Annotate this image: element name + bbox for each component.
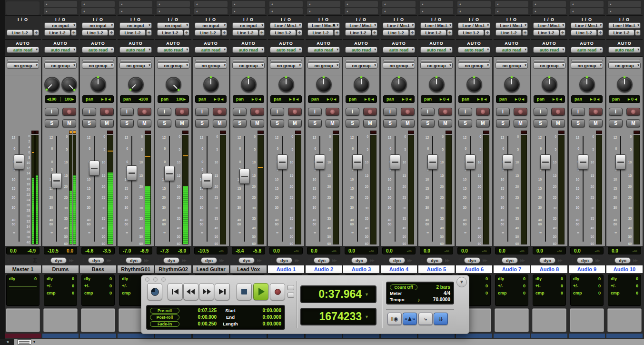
automation-mode-selector[interactable]: auto read▾ xyxy=(383,47,415,53)
output-selector[interactable]: Line 1-2 xyxy=(571,30,597,36)
insert-slot[interactable]: ➧ xyxy=(269,8,303,14)
insert-slot[interactable]: ➧ xyxy=(81,8,115,14)
track-height-arrows-icon[interactable]: ▲ ▼ xyxy=(7,257,10,263)
record-enable-button[interactable] xyxy=(62,108,76,116)
input-selector[interactable]: Line / Mic.L▾ xyxy=(458,22,490,29)
sub-counter[interactable]: 1674233 ▼ xyxy=(300,308,376,325)
track-name[interactable]: Master 1 xyxy=(5,265,41,273)
group-selector[interactable]: no group▾ xyxy=(232,62,265,69)
track-name[interactable]: Bass xyxy=(80,265,116,273)
insert-slot[interactable]: ➧ xyxy=(345,1,378,7)
insert-slot[interactable]: ➧ xyxy=(119,8,152,14)
automation-mode-selector[interactable]: auto read▾ xyxy=(571,47,603,53)
meter-path-icon[interactable]: ▶▶ xyxy=(295,258,298,263)
dyn-button[interactable]: dyn xyxy=(577,257,593,264)
mute-button[interactable]: M xyxy=(100,119,114,127)
meter-path-icon[interactable]: ▶▶ xyxy=(370,258,374,263)
automation-mode-selector[interactable]: auto read▾ xyxy=(270,47,302,53)
insert-slot[interactable]: ➧ xyxy=(420,8,453,14)
record-enable-button[interactable] xyxy=(514,108,527,116)
pan-display[interactable]: pan▸ 0 ◂ xyxy=(270,95,302,103)
meter-path-icon[interactable]: ▶▶ xyxy=(483,258,486,263)
pan-knob[interactable] xyxy=(429,77,445,92)
pan-knob[interactable] xyxy=(316,77,332,92)
group-selector[interactable]: no group▾ xyxy=(7,62,39,69)
output-selector[interactable]: Line 1-2 xyxy=(82,30,108,36)
output-path-icon[interactable]: ✛ xyxy=(259,30,265,36)
mute-button[interactable]: M xyxy=(476,119,490,127)
insert-slot[interactable]: ➧ xyxy=(457,1,491,7)
tempo-value[interactable]: 70.0000 xyxy=(433,297,450,302)
comments-box[interactable] xyxy=(43,308,78,332)
pan-display[interactable]: pan▸ 0 ◂ xyxy=(496,95,527,103)
automation-mode-selector[interactable]: auto read▾ xyxy=(345,47,377,53)
start-value[interactable]: 0:00.000 xyxy=(244,308,281,314)
track-name[interactable]: Audio 4 xyxy=(381,265,417,273)
input-selector[interactable]: Line / Mic.L▾ xyxy=(383,22,415,29)
solo-button[interactable]: S xyxy=(534,119,547,127)
input-monitor-button[interactable]: I xyxy=(571,108,585,116)
solo-button[interactable]: S xyxy=(421,119,435,127)
pan-knob[interactable] xyxy=(90,77,106,92)
group-selector[interactable]: no group▾ xyxy=(270,62,302,69)
solo-button[interactable]: S xyxy=(120,119,134,127)
input-monitor-button[interactable]: I xyxy=(120,108,134,116)
solo-button[interactable]: S xyxy=(346,119,359,127)
group-selector[interactable]: no group▾ xyxy=(458,62,490,69)
dyn-button[interactable]: dyn xyxy=(163,257,179,264)
pan-display[interactable]: pan▸ 0 ◂ xyxy=(609,95,640,103)
group-selector[interactable]: no group▾ xyxy=(44,62,77,69)
output-path-icon[interactable]: ✛ xyxy=(109,30,114,36)
record-enable-button[interactable] xyxy=(288,108,302,116)
input-monitor-button[interactable]: I xyxy=(158,108,171,116)
main-counter[interactable]: 0:37.964 ▼ xyxy=(300,285,376,303)
midi-merge-button[interactable]: ⇊ xyxy=(434,313,448,325)
pan-display[interactable]: pan▸ 0 ◂ xyxy=(82,95,114,103)
record-enable-button[interactable] xyxy=(626,108,640,116)
output-selector[interactable]: Line 1-2 xyxy=(157,30,183,36)
input-selector[interactable]: Line / Mic.R▾ xyxy=(307,22,340,29)
track-name[interactable]: Audio 7 xyxy=(494,265,530,273)
insert-slot[interactable]: ➧ xyxy=(495,8,528,14)
automation-mode-selector[interactable]: auto read▾ xyxy=(458,47,490,53)
track-height-arrows-icon[interactable]: ▲ ▼ xyxy=(157,257,160,263)
mute-button[interactable]: M xyxy=(326,119,339,127)
pan-display[interactable]: pan▸ 0 ◂ xyxy=(534,95,565,103)
input-monitor-button[interactable]: I xyxy=(82,108,96,116)
input-selector[interactable]: Line / Mic.L▾ xyxy=(270,22,302,29)
input-selector[interactable]: no input▾ xyxy=(195,22,227,29)
insert-slot[interactable]: ➧ xyxy=(194,1,228,7)
track-name[interactable]: Audio 2 xyxy=(306,265,342,273)
fader-handle[interactable] xyxy=(164,166,175,181)
chevron-down-icon[interactable]: ▼ xyxy=(365,315,369,319)
output-selector[interactable]: Line 1-2 xyxy=(270,30,296,36)
pan-display[interactable]: pan▸ 0 ◂ xyxy=(458,95,490,103)
track-name[interactable]: Audio 10 xyxy=(606,265,643,273)
output-selector[interactable]: Line 1-2 xyxy=(307,30,334,36)
pan-display[interactable]: pan▸ 0 ◂ xyxy=(421,95,452,103)
insert-slot[interactable]: ➧ xyxy=(194,8,228,14)
pan-knob[interactable] xyxy=(542,77,557,92)
chevron-down-icon[interactable]: ▾ xyxy=(33,339,35,345)
pan-knob[interactable] xyxy=(617,77,633,92)
track-height-arrows-icon[interactable]: ▲ ▼ xyxy=(608,257,612,263)
insert-slot[interactable]: ➧ xyxy=(307,1,340,7)
insert-slot[interactable]: ➧ xyxy=(382,8,416,14)
input-monitor-button[interactable]: I xyxy=(383,108,397,116)
output-path-icon[interactable]: ✛ xyxy=(71,30,77,36)
insert-slot[interactable]: ➧ xyxy=(382,1,416,7)
output-selector[interactable]: Line 1-2 xyxy=(533,30,559,36)
pan-display[interactable]: pan▸ 0 ◂ xyxy=(346,95,377,103)
insert-slot[interactable]: ➧ xyxy=(307,8,340,14)
automation-mode-selector[interactable]: auto read▾ xyxy=(307,47,340,53)
output-selector[interactable]: Line 1-2 xyxy=(458,30,484,36)
automation-mode-selector[interactable]: auto read▾ xyxy=(7,47,39,53)
output-selector[interactable]: Line 1-2 xyxy=(232,30,258,36)
solo-button[interactable]: S xyxy=(383,119,397,127)
expand-panes-icon[interactable]: ⇥ xyxy=(0,339,14,345)
automation-mode-selector[interactable]: auto read▾ xyxy=(608,47,641,53)
window-zoom-button[interactable] xyxy=(161,277,166,282)
output-path-icon[interactable]: ✛ xyxy=(635,30,641,36)
pan-knob[interactable] xyxy=(391,77,407,92)
comments-box[interactable] xyxy=(607,308,642,332)
